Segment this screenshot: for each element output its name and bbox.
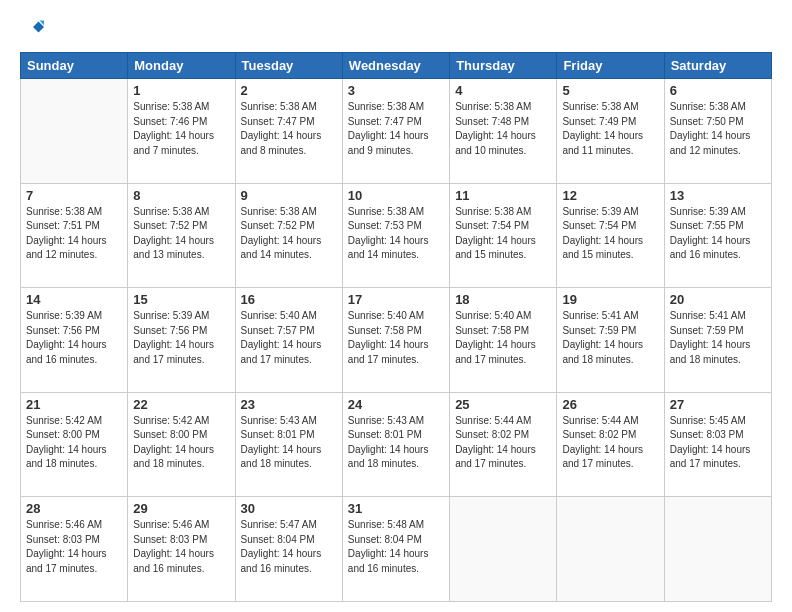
day-info: Sunrise: 5:46 AMSunset: 8:03 PMDaylight:… <box>133 518 229 576</box>
day-info: Sunrise: 5:39 AMSunset: 7:56 PMDaylight:… <box>133 309 229 367</box>
day-info: Sunrise: 5:38 AMSunset: 7:47 PMDaylight:… <box>241 100 337 158</box>
calendar-cell <box>21 79 128 184</box>
day-number: 11 <box>455 188 551 203</box>
calendar-cell: 18Sunrise: 5:40 AMSunset: 7:58 PMDayligh… <box>450 288 557 393</box>
calendar-week-3: 21Sunrise: 5:42 AMSunset: 8:00 PMDayligh… <box>21 392 772 497</box>
day-info: Sunrise: 5:38 AMSunset: 7:48 PMDaylight:… <box>455 100 551 158</box>
calendar-cell: 22Sunrise: 5:42 AMSunset: 8:00 PMDayligh… <box>128 392 235 497</box>
day-number: 26 <box>562 397 658 412</box>
day-info: Sunrise: 5:38 AMSunset: 7:47 PMDaylight:… <box>348 100 444 158</box>
day-number: 25 <box>455 397 551 412</box>
day-number: 6 <box>670 83 766 98</box>
calendar-week-1: 7Sunrise: 5:38 AMSunset: 7:51 PMDaylight… <box>21 183 772 288</box>
day-number: 16 <box>241 292 337 307</box>
day-info: Sunrise: 5:38 AMSunset: 7:52 PMDaylight:… <box>133 205 229 263</box>
day-info: Sunrise: 5:42 AMSunset: 8:00 PMDaylight:… <box>26 414 122 472</box>
day-number: 18 <box>455 292 551 307</box>
day-number: 19 <box>562 292 658 307</box>
day-info: Sunrise: 5:39 AMSunset: 7:56 PMDaylight:… <box>26 309 122 367</box>
day-info: Sunrise: 5:39 AMSunset: 7:55 PMDaylight:… <box>670 205 766 263</box>
day-number: 13 <box>670 188 766 203</box>
calendar-week-4: 28Sunrise: 5:46 AMSunset: 8:03 PMDayligh… <box>21 497 772 602</box>
calendar-cell: 5Sunrise: 5:38 AMSunset: 7:49 PMDaylight… <box>557 79 664 184</box>
calendar-cell <box>450 497 557 602</box>
day-number: 17 <box>348 292 444 307</box>
day-number: 4 <box>455 83 551 98</box>
logo-icon <box>22 16 44 38</box>
calendar-cell <box>557 497 664 602</box>
col-header-thursday: Thursday <box>450 53 557 79</box>
day-number: 24 <box>348 397 444 412</box>
calendar-cell <box>664 497 771 602</box>
calendar-cell: 23Sunrise: 5:43 AMSunset: 8:01 PMDayligh… <box>235 392 342 497</box>
calendar-week-2: 14Sunrise: 5:39 AMSunset: 7:56 PMDayligh… <box>21 288 772 393</box>
day-info: Sunrise: 5:38 AMSunset: 7:52 PMDaylight:… <box>241 205 337 263</box>
calendar-cell: 29Sunrise: 5:46 AMSunset: 8:03 PMDayligh… <box>128 497 235 602</box>
col-header-wednesday: Wednesday <box>342 53 449 79</box>
day-info: Sunrise: 5:48 AMSunset: 8:04 PMDaylight:… <box>348 518 444 576</box>
calendar-cell: 12Sunrise: 5:39 AMSunset: 7:54 PMDayligh… <box>557 183 664 288</box>
calendar-cell: 19Sunrise: 5:41 AMSunset: 7:59 PMDayligh… <box>557 288 664 393</box>
day-number: 7 <box>26 188 122 203</box>
day-info: Sunrise: 5:40 AMSunset: 7:58 PMDaylight:… <box>348 309 444 367</box>
calendar-cell: 31Sunrise: 5:48 AMSunset: 8:04 PMDayligh… <box>342 497 449 602</box>
calendar-cell: 24Sunrise: 5:43 AMSunset: 8:01 PMDayligh… <box>342 392 449 497</box>
day-info: Sunrise: 5:40 AMSunset: 7:58 PMDaylight:… <box>455 309 551 367</box>
day-info: Sunrise: 5:38 AMSunset: 7:51 PMDaylight:… <box>26 205 122 263</box>
day-number: 1 <box>133 83 229 98</box>
col-header-monday: Monday <box>128 53 235 79</box>
day-info: Sunrise: 5:47 AMSunset: 8:04 PMDaylight:… <box>241 518 337 576</box>
day-info: Sunrise: 5:43 AMSunset: 8:01 PMDaylight:… <box>348 414 444 472</box>
calendar-cell: 26Sunrise: 5:44 AMSunset: 8:02 PMDayligh… <box>557 392 664 497</box>
day-info: Sunrise: 5:46 AMSunset: 8:03 PMDaylight:… <box>26 518 122 576</box>
day-info: Sunrise: 5:38 AMSunset: 7:49 PMDaylight:… <box>562 100 658 158</box>
calendar-cell: 17Sunrise: 5:40 AMSunset: 7:58 PMDayligh… <box>342 288 449 393</box>
day-info: Sunrise: 5:38 AMSunset: 7:53 PMDaylight:… <box>348 205 444 263</box>
calendar-cell: 2Sunrise: 5:38 AMSunset: 7:47 PMDaylight… <box>235 79 342 184</box>
calendar-cell: 25Sunrise: 5:44 AMSunset: 8:02 PMDayligh… <box>450 392 557 497</box>
day-info: Sunrise: 5:43 AMSunset: 8:01 PMDaylight:… <box>241 414 337 472</box>
day-info: Sunrise: 5:41 AMSunset: 7:59 PMDaylight:… <box>670 309 766 367</box>
day-info: Sunrise: 5:40 AMSunset: 7:57 PMDaylight:… <box>241 309 337 367</box>
day-number: 5 <box>562 83 658 98</box>
calendar-cell: 28Sunrise: 5:46 AMSunset: 8:03 PMDayligh… <box>21 497 128 602</box>
calendar-cell: 3Sunrise: 5:38 AMSunset: 7:47 PMDaylight… <box>342 79 449 184</box>
calendar-cell: 11Sunrise: 5:38 AMSunset: 7:54 PMDayligh… <box>450 183 557 288</box>
day-info: Sunrise: 5:44 AMSunset: 8:02 PMDaylight:… <box>455 414 551 472</box>
day-number: 29 <box>133 501 229 516</box>
calendar-cell: 15Sunrise: 5:39 AMSunset: 7:56 PMDayligh… <box>128 288 235 393</box>
col-header-sunday: Sunday <box>21 53 128 79</box>
day-number: 9 <box>241 188 337 203</box>
day-number: 12 <box>562 188 658 203</box>
calendar-cell: 30Sunrise: 5:47 AMSunset: 8:04 PMDayligh… <box>235 497 342 602</box>
calendar-week-0: 1Sunrise: 5:38 AMSunset: 7:46 PMDaylight… <box>21 79 772 184</box>
calendar-table: SundayMondayTuesdayWednesdayThursdayFrid… <box>20 52 772 602</box>
day-number: 27 <box>670 397 766 412</box>
calendar-cell: 4Sunrise: 5:38 AMSunset: 7:48 PMDaylight… <box>450 79 557 184</box>
day-number: 30 <box>241 501 337 516</box>
day-number: 31 <box>348 501 444 516</box>
day-info: Sunrise: 5:38 AMSunset: 7:54 PMDaylight:… <box>455 205 551 263</box>
day-info: Sunrise: 5:39 AMSunset: 7:54 PMDaylight:… <box>562 205 658 263</box>
calendar-cell: 16Sunrise: 5:40 AMSunset: 7:57 PMDayligh… <box>235 288 342 393</box>
day-info: Sunrise: 5:38 AMSunset: 7:50 PMDaylight:… <box>670 100 766 158</box>
day-info: Sunrise: 5:44 AMSunset: 8:02 PMDaylight:… <box>562 414 658 472</box>
day-number: 28 <box>26 501 122 516</box>
day-info: Sunrise: 5:41 AMSunset: 7:59 PMDaylight:… <box>562 309 658 367</box>
day-number: 8 <box>133 188 229 203</box>
day-number: 2 <box>241 83 337 98</box>
col-header-tuesday: Tuesday <box>235 53 342 79</box>
day-number: 22 <box>133 397 229 412</box>
page: SundayMondayTuesdayWednesdayThursdayFrid… <box>0 0 792 612</box>
day-info: Sunrise: 5:42 AMSunset: 8:00 PMDaylight:… <box>133 414 229 472</box>
col-header-saturday: Saturday <box>664 53 771 79</box>
logo <box>20 16 44 42</box>
calendar-cell: 7Sunrise: 5:38 AMSunset: 7:51 PMDaylight… <box>21 183 128 288</box>
day-number: 23 <box>241 397 337 412</box>
day-number: 3 <box>348 83 444 98</box>
header <box>20 16 772 42</box>
calendar-cell: 13Sunrise: 5:39 AMSunset: 7:55 PMDayligh… <box>664 183 771 288</box>
calendar-cell: 21Sunrise: 5:42 AMSunset: 8:00 PMDayligh… <box>21 392 128 497</box>
day-number: 15 <box>133 292 229 307</box>
calendar-cell: 20Sunrise: 5:41 AMSunset: 7:59 PMDayligh… <box>664 288 771 393</box>
